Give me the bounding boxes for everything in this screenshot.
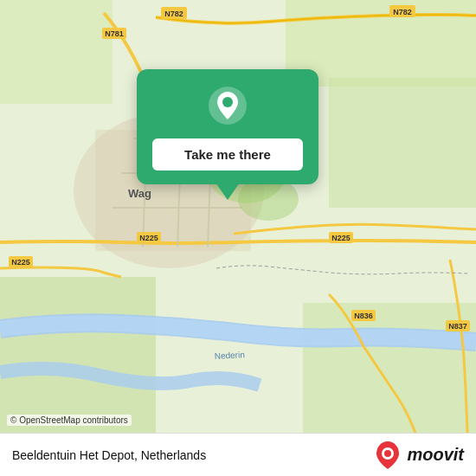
svg-text:N837: N837 (448, 322, 467, 331)
osm-attribution: © OpenStreetMap contributors (7, 415, 132, 426)
take-me-there-button[interactable]: Take me there (152, 138, 303, 170)
moovit-text: moovit (407, 445, 464, 465)
svg-rect-3 (329, 78, 476, 208)
svg-text:N225: N225 (139, 234, 158, 242)
svg-text:Nederin: Nederin (215, 350, 246, 361)
map-container: N782 N782 N781 N225 N225 N225 N836 N837 … (0, 0, 476, 433)
svg-text:N836: N836 (354, 312, 373, 320)
svg-text:N225: N225 (331, 234, 351, 242)
svg-rect-4 (0, 277, 156, 433)
footer-bar: Beeldentuin Het Depot, Netherlands moovi… (0, 433, 476, 476)
popup-tail (215, 183, 240, 200)
svg-point-35 (222, 97, 233, 107)
moovit-logo: moovit (372, 440, 464, 471)
svg-text:N782: N782 (164, 10, 183, 18)
location-pin-icon (207, 85, 248, 126)
svg-text:N781: N781 (105, 29, 124, 38)
svg-text:N225: N225 (11, 258, 30, 267)
popup-card: Take me there (137, 69, 318, 184)
svg-rect-1 (0, 0, 113, 104)
footer-left: Beeldentuin Het Depot, Netherlands (12, 448, 206, 462)
location-label: Beeldentuin Het Depot, Netherlands (12, 448, 206, 462)
svg-text:N782: N782 (393, 8, 412, 16)
moovit-icon (372, 440, 403, 471)
svg-point-37 (384, 450, 391, 457)
svg-text:Wag: Wag (128, 187, 151, 200)
